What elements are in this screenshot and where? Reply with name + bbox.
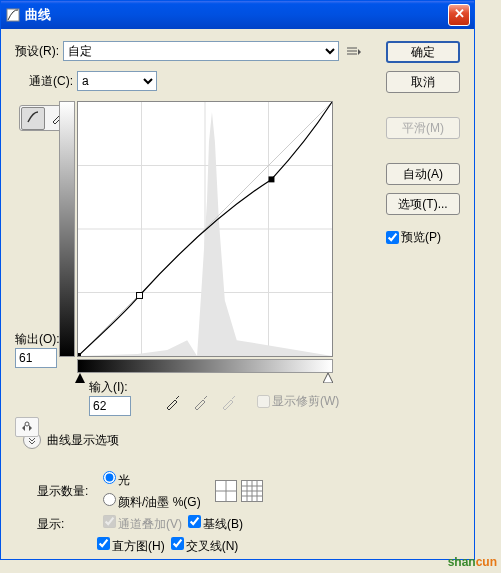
app-icon [5,7,21,23]
eyedropper-black-icon[interactable] [165,394,181,410]
preset-select[interactable]: 自定 [63,41,339,61]
svg-point-14 [25,422,29,426]
dialog-body: 预设(R): 自定 通道(C): a 输出(O): [1,29,474,559]
amount-light-radio[interactable]: 光 [103,471,201,489]
grid-size-icons [215,480,263,502]
eyedropper-row: 显示修剪(W) [165,393,339,410]
eyedropper-white-icon[interactable] [221,394,237,410]
preset-label: 预设(R): [15,43,59,60]
titlebar[interactable]: 曲线 ✕ [1,1,474,29]
smooth-button: 平滑(M) [386,117,460,139]
curve-grid[interactable] [77,101,333,357]
display-options-header[interactable]: 曲线显示选项 [23,431,460,449]
show-label: 显示: [37,516,97,533]
amount-row: 显示数量: 光 颜料/油墨 %(G) [37,471,460,511]
amount-ink-radio[interactable]: 颜料/油墨 %(G) [103,493,201,511]
ok-button[interactable]: 确定 [386,41,460,63]
input-field[interactable] [89,396,131,416]
channel-overlay-check: 通道叠加(V) [103,515,182,533]
white-slider[interactable] [323,373,333,383]
black-slider[interactable] [75,373,85,383]
show-row-2: 直方图(H) 交叉线(N) [37,537,460,555]
svg-rect-13 [269,176,275,182]
horizontal-gradient [77,359,333,373]
options-body: 显示数量: 光 颜料/油墨 %(G) 显示: 通道叠加(V) 基线(B) [23,459,460,555]
svg-rect-11 [78,353,81,356]
baseline-check[interactable]: 基线(B) [188,515,243,533]
input-label: 输入(I): [89,379,131,396]
eyedropper-gray-icon[interactable] [193,394,209,410]
preset-menu-icon[interactable] [345,42,363,60]
grid-small-icon[interactable] [215,480,237,502]
display-options-section: 曲线显示选项 显示数量: 光 颜料/油墨 %(G) 显示: 通道叠 [15,431,460,555]
preview-check[interactable]: 预览(P) [386,229,460,246]
output-label: 输出(O): [15,331,60,348]
vertical-gradient [59,101,75,357]
right-button-column: 确定 取消 平滑(M) 自动(A) 选项(T)... 预览(P) [386,41,460,246]
amount-label: 显示数量: [37,483,97,500]
options-button[interactable]: 选项(T)... [386,193,460,215]
grid-large-icon[interactable] [241,480,263,502]
output-field[interactable] [15,348,57,368]
svg-rect-12 [137,293,143,299]
intersection-check[interactable]: 交叉线(N) [171,537,239,555]
target-adjust-icon[interactable] [15,417,39,437]
cancel-button[interactable]: 取消 [386,71,460,93]
window-title: 曲线 [21,6,448,24]
auto-button[interactable]: 自动(A) [386,163,460,185]
show-row-1: 显示: 通道叠加(V) 基线(B) [37,515,460,533]
curve-tool-icon[interactable] [21,107,45,130]
close-button[interactable]: ✕ [448,4,470,26]
channel-select[interactable]: a [77,71,157,91]
show-clipping-checkbox [257,395,270,408]
display-options-title: 曲线显示选项 [47,432,119,449]
input-group: 输入(I): [89,379,131,416]
histogram-check[interactable]: 直方图(H) [97,537,165,555]
watermark: shancun [448,550,497,571]
show-clipping-check: 显示修剪(W) [257,393,339,410]
output-group: 输出(O): [15,331,60,368]
curves-dialog: 曲线 ✕ 预设(R): 自定 通道(C): a 输出(O): [0,0,475,560]
preview-checkbox[interactable] [386,231,399,244]
channel-label: 通道(C): [29,73,73,90]
